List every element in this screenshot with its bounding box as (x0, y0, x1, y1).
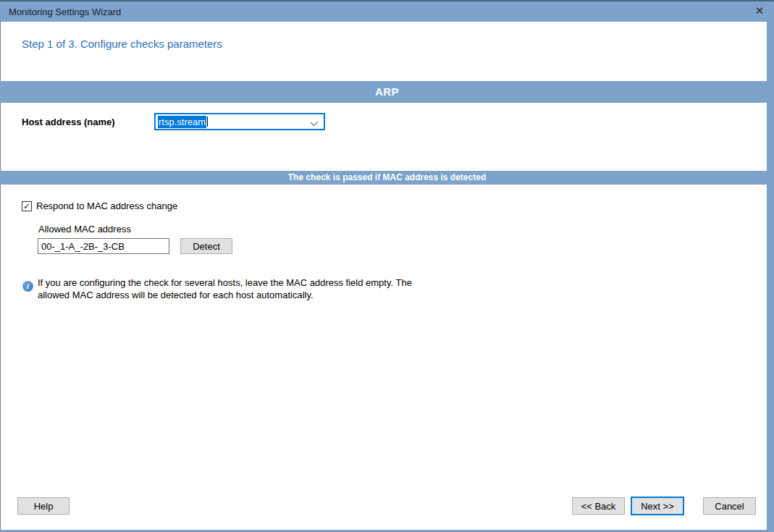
info-icon: i (22, 281, 33, 292)
respond-mac-checkbox-row[interactable]: ✓ Respond to MAC address change (22, 200, 177, 211)
help-button[interactable]: Help (17, 497, 70, 515)
host-address-selected-text: rtsp.stream (158, 116, 206, 128)
section-header-arp: ARP (0, 81, 774, 103)
host-address-label: Host address (name) (22, 117, 115, 127)
step-heading: Step 1 of 3. Configure checks parameters (22, 38, 222, 50)
detect-button[interactable]: Detect (180, 238, 232, 254)
info-icon-glyph: i (27, 282, 29, 290)
wizard-dialog: Monitoring Settings Wizard ✕ Step 1 of 3… (0, 0, 774, 532)
text-caret (207, 117, 208, 127)
allowed-mac-label: Allowed MAC address (38, 224, 131, 235)
host-address-combobox[interactable]: rtsp.stream (154, 113, 325, 130)
close-icon: ✕ (755, 4, 765, 17)
allowed-mac-input[interactable] (38, 238, 169, 254)
window-title: Monitoring Settings Wizard (9, 7, 121, 17)
checkbox-checked-icon[interactable]: ✓ (22, 201, 32, 211)
respond-mac-checkbox-label: Respond to MAC address change (36, 200, 177, 211)
next-button[interactable]: Next >> (631, 497, 684, 515)
info-note-text: If you are configuring the check for sev… (38, 277, 432, 301)
back-button[interactable]: << Back (572, 497, 625, 515)
close-button[interactable]: ✕ (746, 1, 773, 20)
check-glyph: ✓ (23, 202, 30, 211)
condition-header: The check is passed if MAC address is de… (0, 171, 774, 185)
cancel-button[interactable]: Cancel (703, 497, 756, 515)
title-bar: Monitoring Settings Wizard (0, 0, 774, 22)
chevron-down-icon[interactable] (311, 119, 318, 126)
